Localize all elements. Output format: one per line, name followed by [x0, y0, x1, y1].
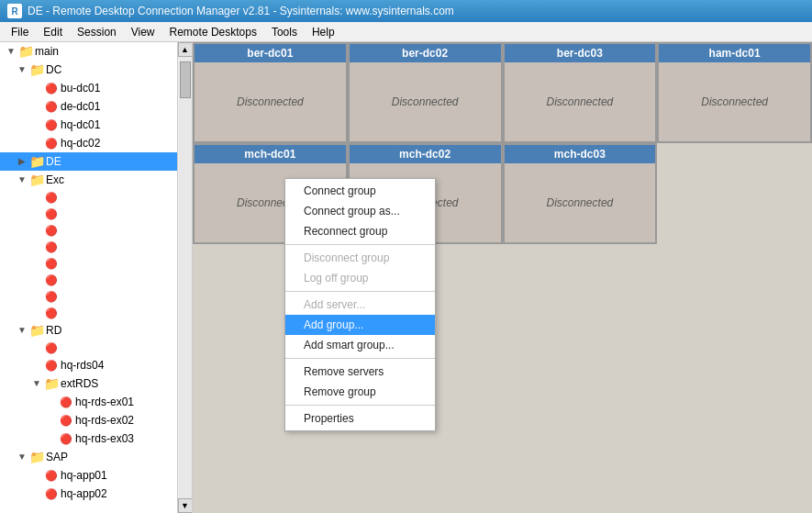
node-label-DE: DE: [46, 153, 61, 170]
tree-node-dc[interactable]: ▼ 📁 DC: [0, 61, 192, 79]
server-tile-header-mch-dc03: mch-dc03: [505, 145, 656, 163]
ctx-sep1: [285, 244, 435, 245]
node-label-hq-rds04: hq-rds04: [61, 357, 104, 374]
server-tile-ber-dc02[interactable]: ber-dc02 Disconnected: [348, 42, 503, 143]
tree-node-RD[interactable]: ▼ 📁 RD: [0, 321, 192, 340]
menu-edit[interactable]: Edit: [36, 24, 70, 40]
server-tile-header-ber-dc02: ber-dc02: [350, 44, 501, 62]
server-tile-status-mch-dc03: Disconnected: [538, 163, 623, 242]
folder-icon-SAP: 📁: [29, 450, 44, 464]
expand-DE[interactable]: ▶: [15, 154, 29, 169]
tree-node-hq-rds-ex01[interactable]: ▶ 🔴 hq-rds-ex01: [0, 393, 192, 411]
menu-remote-desktops[interactable]: Remote Desktops: [162, 24, 264, 40]
node-label-dc: DC: [46, 61, 61, 78]
scroll-up-arrow[interactable]: ▲: [178, 42, 193, 57]
title-bar: R DE - Remote Desktop Connection Manager…: [0, 0, 812, 22]
error-icon-hq-rds-ex02: 🔴: [59, 413, 73, 428]
server-tile-ber-dc01[interactable]: ber-dc01 Disconnected: [193, 42, 348, 143]
tree-node-DE[interactable]: ▶ 📁 DE: [0, 152, 192, 171]
error-icon-exc7: 🔴: [44, 289, 59, 304]
server-tile-status-ber-dc02: Disconnected: [383, 62, 468, 141]
ctx-disconnect-group: Disconnect group: [285, 248, 435, 268]
server-tile-header-ham-dc01: ham-dc01: [659, 44, 810, 62]
tree-node-de-dc01[interactable]: ▶ 🔴 de-dc01: [0, 97, 192, 116]
error-icon-exc4: 🔴: [44, 240, 59, 254]
node-label-SAP: SAP: [46, 449, 68, 465]
tree-node-main[interactable]: ▼ 📁 main: [0, 42, 192, 61]
tree-node-SAP[interactable]: ▼ 📁 SAP: [0, 448, 192, 466]
server-tile-status-ber-dc01: Disconnected: [228, 62, 313, 141]
tree-node-exc3[interactable]: ▶ 🔴: [0, 222, 192, 239]
ctx-properties[interactable]: Properties: [285, 408, 435, 429]
tree-node-Exc[interactable]: ▼ 📁 Exc: [0, 171, 192, 189]
ctx-sep3: [285, 358, 435, 359]
menu-tools[interactable]: Tools: [264, 24, 305, 40]
menu-session[interactable]: Session: [70, 24, 124, 40]
tree-node-hq-rds-ex02[interactable]: ▶ 🔴 hq-rds-ex02: [0, 411, 192, 429]
tree-node-exc2[interactable]: ▶ 🔴: [0, 206, 192, 222]
tree-node-exc5[interactable]: ▶ 🔴: [0, 255, 192, 272]
error-icon-exc8: 🔴: [44, 306, 59, 320]
ctx-add-smart-group[interactable]: Add smart group...: [285, 335, 435, 355]
tree-node-rd1[interactable]: ▶ 🔴: [0, 340, 192, 356]
context-menu: Connect group Connect group as... Reconn…: [284, 178, 436, 431]
tree-node-exc1[interactable]: ▶ 🔴: [0, 189, 192, 206]
scroll-thumb[interactable]: [180, 61, 191, 98]
ctx-sep4: [285, 405, 435, 406]
folder-icon-dc: 📁: [29, 62, 44, 77]
error-icon-hq-dc02: 🔴: [44, 136, 59, 151]
tree-node-exc6[interactable]: ▶ 🔴: [0, 272, 192, 288]
tree-node-hq-app02[interactable]: ▶ 🔴 hq-app02: [0, 485, 192, 503]
folder-icon-RD: 📁: [29, 323, 44, 338]
error-icon-exc6: 🔴: [44, 273, 59, 287]
title-text: DE - Remote Desktop Connection Manager v…: [28, 5, 454, 17]
expand-extRDS[interactable]: ▼: [29, 376, 44, 391]
expand-main[interactable]: ▼: [4, 44, 18, 59]
tree-node-bu-dc01[interactable]: ▶ 🔴 bu-dc01: [0, 79, 192, 97]
tree-node-hq-rds04[interactable]: ▶ 🔴 hq-rds04: [0, 356, 192, 374]
expand-SAP[interactable]: ▼: [15, 450, 29, 464]
tree-node-exc8[interactable]: ▶ 🔴: [0, 305, 192, 321]
server-tile-ber-dc03[interactable]: ber-dc03 Disconnected: [503, 42, 658, 143]
tree-node-exc7[interactable]: ▶ 🔴: [0, 288, 192, 305]
tree-node-exc4[interactable]: ▶ 🔴: [0, 239, 192, 255]
menu-help[interactable]: Help: [305, 24, 342, 40]
server-tile-status-ber-dc03: Disconnected: [538, 62, 623, 141]
ctx-connect-group[interactable]: Connect group: [285, 181, 435, 201]
tree-node-hq-rds-ex03[interactable]: ▶ 🔴 hq-rds-ex03: [0, 429, 192, 448]
error-icon-exc2: 🔴: [44, 206, 59, 221]
expand-dc[interactable]: ▼: [15, 62, 29, 77]
scroll-track[interactable]: [179, 57, 192, 498]
error-icon-hq-app02: 🔴: [44, 486, 59, 501]
server-tile-ham-dc01[interactable]: ham-dc01 Disconnected: [657, 42, 812, 143]
menu-view[interactable]: View: [124, 24, 162, 40]
error-icon-hq-rds-ex01: 🔴: [59, 395, 73, 409]
tree-node-hq-dc01[interactable]: ▶ 🔴 hq-dc01: [0, 116, 192, 134]
ctx-connect-group-as[interactable]: Connect group as...: [285, 201, 435, 221]
server-tile-header-ber-dc01: ber-dc01: [195, 44, 346, 62]
error-icon-exc1: 🔴: [44, 190, 59, 205]
ctx-add-server: Add server...: [285, 295, 435, 315]
server-tile-header-mch-dc01: mch-dc01: [195, 145, 346, 163]
ctx-remove-group[interactable]: Remove group: [285, 382, 435, 402]
server-tile-mch-dc03[interactable]: mch-dc03 Disconnected: [503, 143, 658, 244]
sidebar-scrollbar[interactable]: ▲ ▼: [177, 42, 192, 513]
right-panel: ber-dc01 Disconnected ber-dc02 Disconnec…: [193, 42, 812, 513]
node-label-bu-dc01: bu-dc01: [61, 80, 100, 96]
folder-icon-extRDS: 📁: [44, 376, 59, 391]
menu-file[interactable]: File: [4, 24, 36, 40]
ctx-add-group[interactable]: Add group...: [285, 315, 435, 335]
ctx-remove-servers[interactable]: Remove servers: [285, 362, 435, 382]
ctx-reconnect-group[interactable]: Reconnect group: [285, 221, 435, 241]
tree-node-extRDS[interactable]: ▼ 📁 extRDS: [0, 374, 192, 393]
tree-node-hq-app01[interactable]: ▶ 🔴 hq-app01: [0, 466, 192, 485]
menu-bar: File Edit Session View Remote Desktops T…: [0, 22, 812, 42]
tree-node-hq-dc02[interactable]: ▶ 🔴 hq-dc02: [0, 134, 192, 152]
node-label-hq-rds-ex01: hq-rds-ex01: [75, 394, 134, 410]
node-label-hq-dc02: hq-dc02: [61, 135, 100, 151]
scroll-down-arrow[interactable]: ▼: [178, 498, 193, 513]
node-label-hq-app01: hq-app01: [61, 467, 107, 484]
expand-RD[interactable]: ▼: [15, 323, 29, 338]
expand-Exc[interactable]: ▼: [15, 173, 29, 187]
error-icon-exc3: 🔴: [44, 223, 59, 238]
